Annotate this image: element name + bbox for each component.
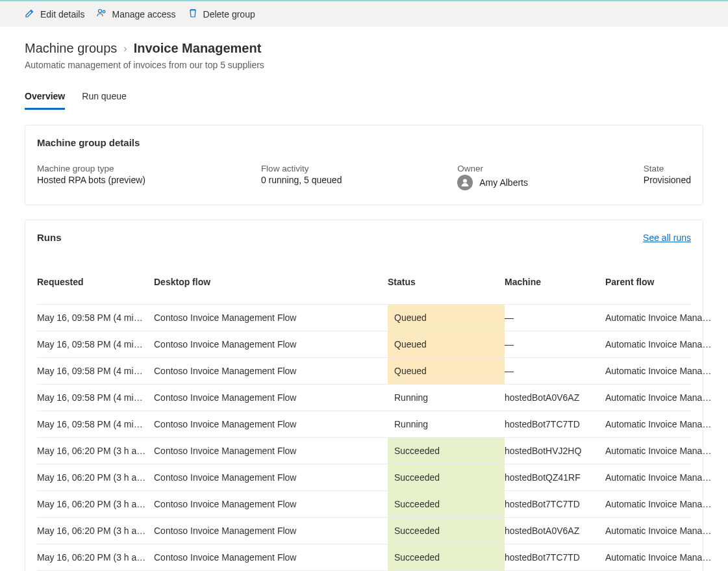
cell-requested: May 16, 06:20 PM (3 h ago) — [37, 518, 154, 544]
tab-bar: Overview Run queue — [25, 88, 703, 110]
cell-machine[interactable]: — — [505, 305, 605, 331]
cell-parent-flow[interactable]: Automatic Invoice Manage... — [605, 331, 722, 357]
cell-requested: May 16, 06:20 PM (3 h ago) — [37, 544, 154, 570]
cell-desktop-flow[interactable]: Contoso Invoice Management Flow — [154, 411, 388, 437]
details-title: Machine group details — [37, 137, 691, 148]
cell-machine[interactable]: — — [505, 358, 605, 384]
cell-desktop-flow[interactable]: Contoso Invoice Management Flow — [154, 464, 388, 490]
cell-parent-flow[interactable]: Automatic Invoice Manage... — [605, 385, 722, 411]
col-machine[interactable]: Machine — [505, 269, 605, 295]
cell-status: Succeeded — [388, 438, 505, 464]
cell-status: Running — [388, 385, 505, 411]
avatar — [457, 175, 473, 190]
cell-desktop-flow[interactable]: Contoso Invoice Management Flow — [154, 544, 388, 570]
manage-access-button[interactable]: Manage access — [96, 8, 175, 20]
cell-machine[interactable]: hostedBotQZ41RF — [505, 464, 605, 490]
owner-value: Amy Alberts — [479, 177, 528, 188]
cell-requested: May 16, 06:20 PM (3 h ago) — [37, 464, 154, 490]
type-value: Hosted RPA bots (preview) — [37, 175, 145, 185]
page-description: Automatic management of invoices from ou… — [25, 60, 703, 70]
cell-parent-flow[interactable]: Automatic Invoice Manage... — [605, 411, 722, 437]
command-bar: Edit details Manage access Delete group — [0, 0, 728, 27]
cell-desktop-flow[interactable]: Contoso Invoice Management Flow — [154, 331, 388, 357]
owner-label: Owner — [457, 164, 528, 173]
col-requested[interactable]: Requested — [37, 269, 154, 295]
cell-desktop-flow[interactable]: Contoso Invoice Management Flow — [154, 518, 388, 544]
table-row[interactable]: May 16, 09:58 PM (4 min ago)Contoso Invo… — [37, 331, 691, 358]
page-title: Invoice Management — [134, 41, 262, 56]
cell-desktop-flow[interactable]: Contoso Invoice Management Flow — [154, 491, 388, 517]
table-row[interactable]: May 16, 06:20 PM (3 h ago)Contoso Invoic… — [37, 438, 691, 464]
cell-status: Succeeded — [388, 464, 505, 490]
cell-machine[interactable]: hostedBotA0V6AZ — [505, 518, 605, 544]
table-row[interactable]: May 16, 06:20 PM (3 h ago)Contoso Invoic… — [37, 464, 691, 491]
machine-group-details-card: Machine group details Machine group type… — [25, 125, 703, 205]
cell-requested: May 16, 06:20 PM (3 h ago) — [37, 438, 154, 464]
runs-table-header: Requested Desktop flow Status Machine Pa… — [37, 262, 691, 305]
state-label: State — [644, 164, 691, 173]
breadcrumb-root[interactable]: Machine groups — [25, 41, 117, 56]
cell-status: Running — [388, 411, 505, 437]
cell-parent-flow[interactable]: Automatic Invoice Manage... — [605, 491, 722, 517]
cell-status: Queued — [388, 358, 505, 384]
table-row[interactable]: May 16, 09:58 PM (4 min ago)Contoso Invo… — [37, 305, 691, 331]
table-row[interactable]: May 16, 06:20 PM (3 h ago)Contoso Invoic… — [37, 491, 691, 518]
cell-requested: May 16, 09:58 PM (4 min ago) — [37, 305, 154, 331]
runs-table: Requested Desktop flow Status Machine Pa… — [37, 262, 691, 571]
cell-requested: May 16, 09:58 PM (4 min ago) — [37, 411, 154, 437]
flow-activity-label: Flow activity — [261, 164, 342, 173]
cell-requested: May 16, 09:58 PM (4 min ago) — [37, 331, 154, 357]
table-row[interactable]: May 16, 09:58 PM (4 min ago)Contoso Invo… — [37, 358, 691, 385]
cell-parent-flow[interactable]: Automatic Invoice Manage... — [605, 464, 722, 490]
cell-desktop-flow[interactable]: Contoso Invoice Management Flow — [154, 385, 388, 411]
runs-title: Runs — [37, 232, 62, 243]
svg-point-1 — [103, 10, 106, 13]
cell-status: Succeeded — [388, 491, 505, 517]
cell-desktop-flow[interactable]: Contoso Invoice Management Flow — [154, 358, 388, 384]
cell-status: Queued — [388, 331, 505, 357]
cell-machine[interactable]: hostedBot7TC7TD — [505, 491, 605, 517]
cell-parent-flow[interactable]: Automatic Invoice Manage... — [605, 518, 722, 544]
cell-requested: May 16, 09:58 PM (4 min ago) — [37, 385, 154, 411]
table-row[interactable]: May 16, 09:58 PM (4 min ago)Contoso Invo… — [37, 411, 691, 438]
delete-group-button[interactable]: Delete group — [188, 8, 255, 20]
table-row[interactable]: May 16, 06:20 PM (3 h ago)Contoso Invoic… — [37, 544, 691, 571]
cell-requested: May 16, 09:58 PM (4 min ago) — [37, 358, 154, 384]
cell-requested: May 16, 06:20 PM (3 h ago) — [37, 491, 154, 517]
cell-parent-flow[interactable]: Automatic Invoice Manage... — [605, 305, 722, 331]
edit-details-label: Edit details — [40, 9, 84, 19]
svg-point-2 — [463, 179, 467, 183]
cell-machine[interactable]: hostedBotHVJ2HQ — [505, 438, 605, 464]
table-row[interactable]: May 16, 09:58 PM (4 min ago)Contoso Invo… — [37, 385, 691, 411]
cell-machine[interactable]: — — [505, 331, 605, 357]
trash-icon — [188, 8, 198, 20]
col-status[interactable]: Status — [388, 269, 505, 295]
edit-details-button[interactable]: Edit details — [25, 8, 84, 20]
tab-overview[interactable]: Overview — [25, 88, 65, 110]
cell-desktop-flow[interactable]: Contoso Invoice Management Flow — [154, 305, 388, 331]
col-desktop-flow[interactable]: Desktop flow — [154, 269, 388, 295]
col-parent-flow[interactable]: Parent flow — [605, 269, 722, 295]
chevron-right-icon: › — [123, 43, 127, 55]
pencil-icon — [25, 8, 35, 20]
cell-parent-flow[interactable]: Automatic Invoice Manage... — [605, 358, 722, 384]
flow-activity-value: 0 running, 5 queued — [261, 175, 342, 185]
people-icon — [96, 8, 107, 20]
breadcrumb: Machine groups › Invoice Management — [25, 41, 703, 56]
cell-parent-flow[interactable]: Automatic Invoice Manage... — [605, 438, 722, 464]
tab-run-queue[interactable]: Run queue — [82, 88, 127, 110]
state-value: Provisioned — [644, 175, 691, 185]
cell-status: Succeeded — [388, 544, 505, 570]
delete-group-label: Delete group — [203, 9, 255, 19]
cell-machine[interactable]: hostedBot7TC7TD — [505, 411, 605, 437]
cell-status: Succeeded — [388, 518, 505, 544]
table-row[interactable]: May 16, 06:20 PM (3 h ago)Contoso Invoic… — [37, 518, 691, 544]
see-all-runs-link[interactable]: See all runs — [643, 233, 691, 243]
cell-machine[interactable]: hostedBot7TC7TD — [505, 544, 605, 570]
manage-access-label: Manage access — [112, 9, 175, 19]
cell-machine[interactable]: hostedBotA0V6AZ — [505, 385, 605, 411]
runs-card: Runs See all runs Requested Desktop flow… — [25, 220, 703, 571]
cell-parent-flow[interactable]: Automatic Invoice Manage... — [605, 544, 722, 570]
cell-desktop-flow[interactable]: Contoso Invoice Management Flow — [154, 438, 388, 464]
cell-status: Queued — [388, 305, 505, 331]
